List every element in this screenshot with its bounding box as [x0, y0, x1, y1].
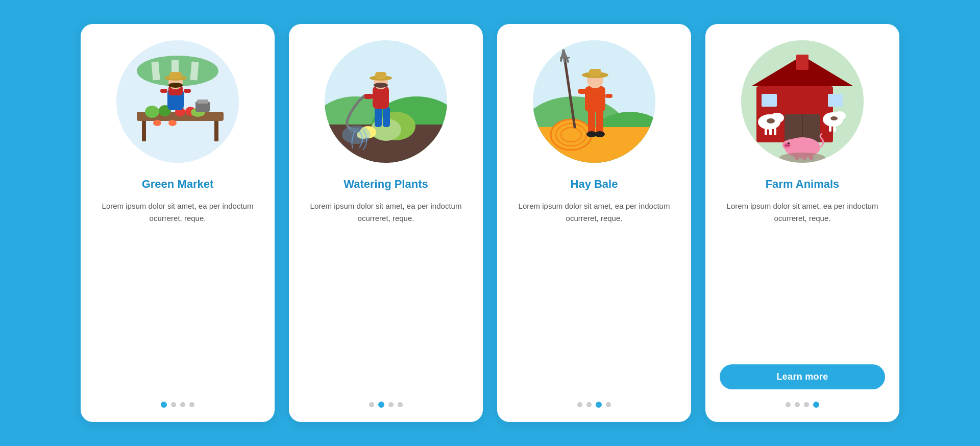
svg-point-13: [168, 120, 177, 126]
dot-2: [378, 402, 384, 408]
svg-rect-21: [160, 89, 167, 93]
dot-3: [180, 402, 185, 407]
card-hay-bale: Hay Bale Lorem ipsum dolor sit amet, ea …: [497, 24, 691, 422]
svg-point-39: [374, 83, 388, 88]
svg-rect-33: [375, 107, 382, 127]
card-title-watering-plants: Watering Plants: [344, 177, 428, 192]
dots-farm-animals: [786, 402, 819, 408]
svg-rect-79: [769, 128, 772, 135]
svg-rect-80: [774, 128, 776, 135]
dots-watering-plants: [369, 402, 403, 408]
card-footer-watering-plants: [303, 391, 469, 408]
svg-point-83: [830, 116, 838, 120]
dot-3: [388, 402, 394, 407]
dots-green-market: [161, 402, 194, 408]
card-body-hay-bale: Lorem ipsum dolor sit amet, ea per indoc…: [511, 200, 677, 391]
svg-rect-38: [375, 72, 386, 79]
svg-rect-73: [828, 94, 843, 107]
svg-point-54: [595, 131, 605, 137]
svg-rect-19: [169, 72, 182, 79]
svg-rect-69: [796, 55, 808, 70]
learn-more-button[interactable]: Learn more: [720, 364, 885, 389]
card-footer-hay-bale: [511, 391, 677, 408]
card-body-watering-plants: Lorem ipsum dolor sit amet, ea per indoc…: [303, 200, 469, 391]
svg-point-96: [779, 153, 825, 163]
svg-rect-22: [184, 89, 191, 93]
svg-point-20: [168, 83, 183, 88]
dot-1: [369, 402, 374, 407]
svg-rect-52: [596, 109, 603, 135]
svg-rect-58: [589, 69, 601, 76]
card-title-farm-animals: Farm Animals: [766, 177, 840, 192]
card-farm-animals: Farm Animals Lorem ipsum dolor sit amet,…: [705, 24, 899, 422]
illustration-green-market: [116, 40, 239, 163]
svg-point-77: [767, 118, 775, 123]
svg-rect-59: [578, 89, 587, 94]
svg-rect-51: [588, 109, 595, 135]
dot-2: [586, 402, 592, 407]
svg-point-92: [788, 142, 790, 144]
svg-point-90: [788, 145, 789, 146]
dot-1: [577, 402, 582, 407]
illustration-hay-bale: [533, 40, 655, 163]
dots-hay-bale: [577, 402, 611, 408]
dot-2: [795, 402, 800, 407]
dot-1: [786, 402, 791, 407]
card-title-green-market: Green Market: [142, 177, 214, 192]
svg-rect-40: [363, 94, 374, 99]
dot-3: [596, 402, 602, 408]
svg-point-76: [774, 113, 782, 119]
dot-4: [813, 402, 819, 408]
svg-rect-24: [197, 100, 208, 104]
svg-rect-72: [762, 94, 777, 107]
dot-3: [804, 402, 809, 407]
card-watering-plants: Watering Plants Lorem ipsum dolor sit am…: [289, 24, 483, 422]
dot-4: [606, 402, 611, 407]
svg-point-8: [145, 106, 159, 118]
svg-rect-7: [214, 121, 218, 141]
card-green-market: Green Market Lorem ipsum dolor sit amet,…: [81, 24, 275, 422]
card-footer-green-market: [95, 391, 260, 408]
dot-1: [161, 402, 167, 408]
card-body-green-market: Lorem ipsum dolor sit amet, ea per indoc…: [95, 200, 260, 391]
illustration-farm-animals: [741, 40, 864, 163]
dot-4: [189, 402, 194, 407]
cards-container: Green Market Lorem ipsum dolor sit amet,…: [50, 4, 930, 442]
svg-rect-6: [142, 121, 146, 141]
dot-4: [398, 402, 403, 407]
svg-rect-55: [585, 86, 605, 112]
svg-rect-78: [765, 128, 767, 135]
svg-point-89: [786, 145, 787, 146]
svg-point-12: [153, 120, 161, 126]
illustration-watering-plants: [325, 40, 447, 163]
svg-rect-84: [829, 126, 831, 132]
svg-rect-34: [383, 107, 390, 127]
dot-2: [171, 402, 176, 407]
svg-rect-85: [834, 126, 836, 132]
svg-rect-65: [605, 94, 612, 98]
svg-rect-35: [373, 86, 389, 109]
card-footer-farm-animals: Learn more: [720, 356, 885, 408]
card-body-farm-animals: Lorem ipsum dolor sit amet, ea per indoc…: [720, 200, 885, 356]
card-title-hay-bale: Hay Bale: [571, 177, 618, 192]
